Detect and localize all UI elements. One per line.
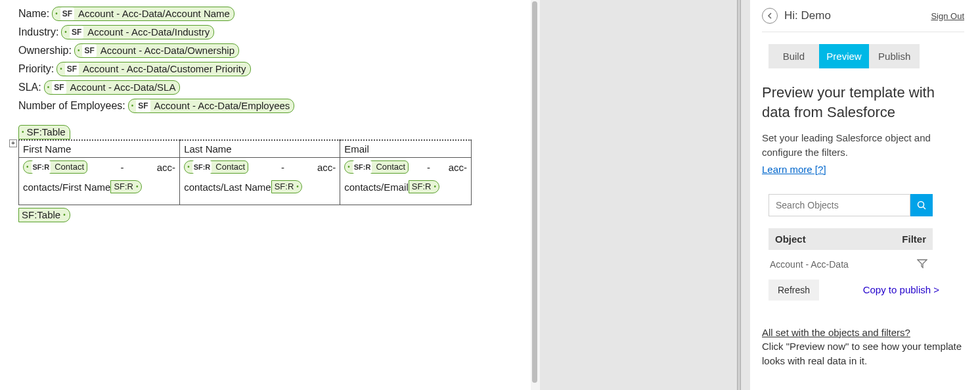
sfr-close-token[interactable]: SF:R	[409, 180, 439, 193]
cell-path: contacts/First Name	[23, 182, 110, 193]
sfr-close-text: SF:R	[275, 180, 294, 193]
sf-badge-icon: SF	[70, 26, 83, 39]
actions-row: Refresh Copy to publish >	[768, 280, 939, 301]
field-label: SLA:	[18, 82, 41, 93]
search-button[interactable]	[910, 194, 933, 216]
pane-divider[interactable]	[737, 0, 741, 390]
sf-token-text: Account - Acc-Data/Account Name	[78, 7, 230, 20]
back-button[interactable]	[762, 8, 778, 24]
col-header-lastname: Last Name	[180, 140, 340, 158]
sf-token-text: Account - Acc-Data/Customer Priority	[83, 62, 246, 76]
done-line1: All set with the objects and filters?	[762, 327, 910, 338]
refresh-button[interactable]: Refresh	[768, 280, 819, 301]
learn-more-link[interactable]: Learn more [?]	[762, 162, 826, 177]
sf-table-block: + SF:Table First Name Last Name Email	[18, 125, 531, 222]
sfr-badge-icon: SF:R	[192, 160, 212, 174]
sf-table-close-token[interactable]: SF:Table	[18, 208, 70, 222]
col-header-email: Email	[340, 140, 472, 158]
dash: -	[427, 162, 430, 173]
sfr-suffix: acc-	[449, 162, 467, 173]
taskpane: Hi: Demo Sign Out Build Preview Publish …	[750, 0, 980, 390]
cell-email[interactable]: SF:R Contact - acc- contacts/Email SF:R	[340, 158, 472, 205]
cell-firstname[interactable]: SF:R Contact - acc- contacts/First Name …	[19, 158, 180, 205]
field-ownership: Ownership: SF Account - Acc-Data/Ownersh…	[18, 43, 531, 58]
col-header-filter: Filter	[902, 233, 926, 245]
sf-token-priority[interactable]: SF Account - Acc-Data/Customer Priority	[56, 62, 250, 76]
taskpane-body-text: Set your leading Salesforce object and c…	[762, 132, 931, 158]
sfr-badge-icon: SF:R	[353, 160, 372, 174]
dash: -	[281, 162, 284, 173]
sfr-obj: Contact	[376, 160, 405, 174]
sf-badge-icon: SF	[136, 99, 150, 112]
search-icon	[916, 200, 927, 210]
segmented-tabs: Build Preview Publish	[768, 44, 920, 68]
sfr-close-text: SF:R	[412, 180, 432, 193]
taskpane-greeting: Hi: Demo	[784, 9, 831, 22]
editor-region: Name: SF Account - Acc-Data/Account Name…	[0, 0, 531, 390]
search-input[interactable]	[768, 194, 910, 216]
tab-build[interactable]: Build	[768, 44, 819, 68]
expand-handle[interactable]: +	[9, 139, 17, 147]
table-header-row: First Name Last Name Email	[19, 140, 472, 158]
sf-table-open-tag: SF:Table	[18, 125, 531, 139]
sf-badge-icon: SF	[65, 62, 79, 76]
field-label: Priority:	[18, 63, 54, 75]
middle-gutter	[531, 0, 750, 390]
object-table: Object Filter Account - Acc-Data	[768, 228, 933, 280]
field-sla: SLA: SF Account - Acc-Data/SLA	[18, 80, 531, 95]
sfr-open-token[interactable]: SF:R Contact	[23, 160, 87, 174]
table-row: SF:R Contact - acc- contacts/First Name …	[19, 158, 472, 205]
sf-token-sla[interactable]: SF Account - Acc-Data/SLA	[44, 80, 181, 95]
field-label: Industry:	[18, 26, 58, 38]
sfr-close-token[interactable]: SF:R	[271, 180, 302, 193]
sf-token-account-name[interactable]: SF Account - Acc-Data/Account Name	[52, 7, 234, 21]
field-employees: Number of Employees: SF Account - Acc-Da…	[18, 99, 531, 113]
sf-token-text: Account - Acc-Data/Employees	[154, 99, 290, 112]
dash: -	[120, 162, 123, 173]
field-label: Number of Employees:	[18, 100, 125, 112]
sfr-close-text: SF:R	[114, 180, 133, 193]
taskpane-header-left: Hi: Demo	[762, 8, 831, 24]
sfr-suffix: acc-	[157, 162, 175, 173]
scrollbar-thumb[interactable]	[532, 1, 537, 383]
sign-out-link[interactable]: Sign Out	[931, 11, 964, 21]
done-block: All set with the objects and filters? Cl…	[762, 326, 964, 368]
field-label: Name:	[18, 8, 49, 20]
taskpane-heading: Preview your template with data from Sal…	[762, 83, 964, 122]
search-row	[768, 194, 933, 216]
object-row[interactable]: Account - Acc-Data	[768, 250, 933, 280]
copy-to-publish-link[interactable]: Copy to publish >	[863, 284, 939, 295]
sfr-badge-icon: SF:R	[32, 160, 51, 174]
sfr-open-token[interactable]: SF:R Contact	[184, 160, 248, 174]
object-table-header: Object Filter	[768, 228, 933, 250]
field-name: Name: SF Account - Acc-Data/Account Name	[18, 7, 531, 21]
sf-token-ownership[interactable]: SF Account - Acc-Data/Ownership	[74, 43, 239, 58]
sf-table-open-token[interactable]: SF:Table	[18, 125, 70, 139]
scrollbar-track[interactable]	[531, 0, 540, 390]
sf-table-close-tag: SF:Table	[18, 208, 531, 222]
svg-point-0	[918, 201, 924, 207]
taskpane-body: Set your leading Salesforce object and c…	[762, 131, 964, 176]
sf-token-text: Account - Acc-Data/SLA	[70, 81, 176, 94]
sfr-obj: Contact	[215, 160, 245, 174]
sf-table: First Name Last Name Email SF:R Contact	[18, 139, 472, 205]
sf-badge-icon: SF	[82, 44, 96, 57]
taskpane-header: Hi: Demo Sign Out	[762, 5, 964, 32]
sfr-open-token[interactable]: SF:R Contact	[344, 160, 409, 174]
sf-token-employees[interactable]: SF Account - Acc-Data/Employees	[128, 99, 295, 113]
sfr-obj: Contact	[55, 160, 84, 174]
tab-publish[interactable]: Publish	[869, 44, 920, 68]
cell-path: contacts/Email	[344, 182, 409, 193]
editor-content: Name: SF Account - Acc-Data/Account Name…	[9, 7, 531, 222]
sf-badge-icon: SF	[60, 7, 74, 20]
tab-preview[interactable]: Preview	[819, 44, 870, 68]
col-header-object: Object	[775, 233, 902, 245]
sf-token-industry[interactable]: SF Account - Acc-Data/Industry	[61, 25, 214, 39]
sfr-close-token[interactable]: SF:R	[110, 180, 141, 193]
sf-badge-icon: SF	[52, 81, 66, 94]
field-priority: Priority: SF Account - Acc-Data/Customer…	[18, 62, 531, 76]
sf-table-close-text: SF:Table	[22, 208, 60, 222]
filter-icon[interactable]	[917, 259, 927, 270]
cell-lastname[interactable]: SF:R Contact - acc- contacts/Last Name S…	[180, 158, 340, 205]
col-header-firstname: First Name	[19, 140, 180, 158]
